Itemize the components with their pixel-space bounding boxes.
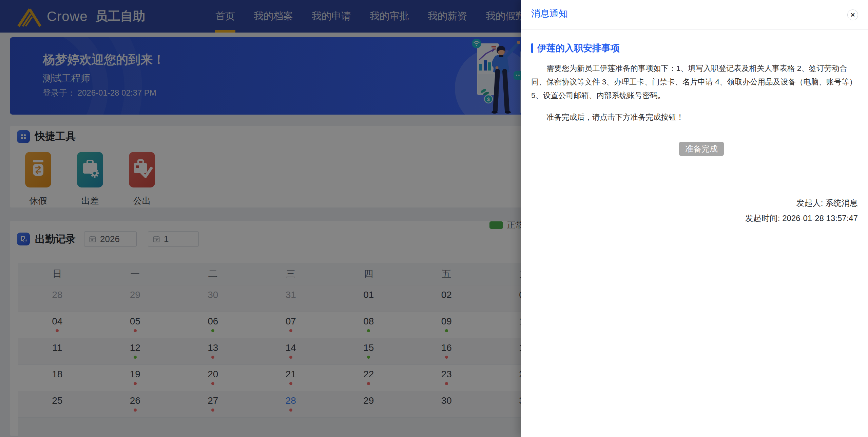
- employee-portal-screen: Crowe 员工自助 首页我的档案我的申请我的审批我的薪资我的假勤 杨梦婷欢迎您…: [0, 0, 868, 437]
- close-button[interactable]: ✕: [847, 9, 858, 20]
- message-title-row: 伊莲的入职安排事项: [531, 42, 620, 54]
- message-title: 伊莲的入职安排事项: [537, 42, 620, 54]
- ready-complete-button[interactable]: 准备完成: [679, 142, 724, 156]
- close-icon: ✕: [850, 12, 855, 18]
- sent-time: 发起时间: 2026-01-28 13:57:47: [745, 213, 858, 224]
- title-accent-bar: [531, 43, 533, 53]
- message-body-paragraph-2: 准备完成后，请点击下方准备完成按钮！: [531, 111, 858, 124]
- drawer-title: 消息通知: [531, 7, 568, 20]
- notification-drawer: 消息通知 ✕ 伊莲的入职安排事项 需要您为新员工伊莲准备的事项如下：1、填写入职…: [521, 0, 868, 437]
- sender-info: 发起人: 系统消息: [796, 198, 858, 208]
- message-body-paragraph-1: 需要您为新员工伊莲准备的事项如下：1、填写入职登记表及相关人事表格 2、签订劳动…: [531, 62, 858, 102]
- drawer-header: 消息通知 ✕: [521, 0, 868, 30]
